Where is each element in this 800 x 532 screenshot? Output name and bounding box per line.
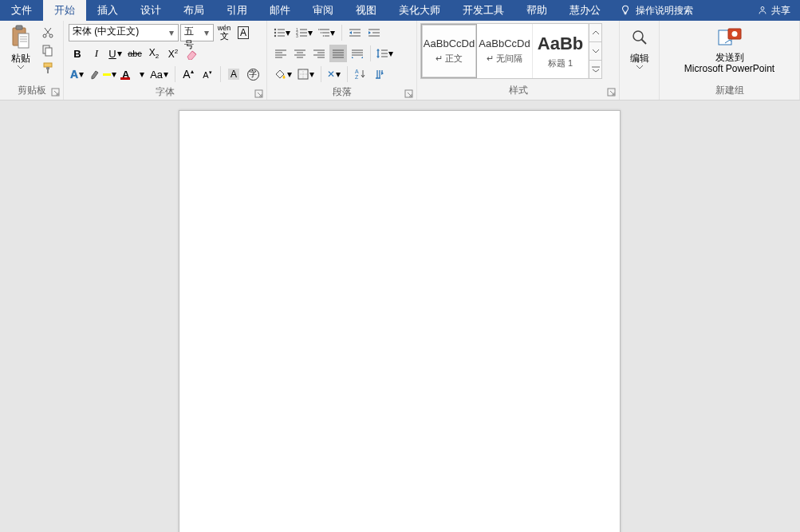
font-name-combo[interactable]: 宋体 (中文正文) ▾	[69, 24, 179, 41]
share-button[interactable]: 共享	[747, 0, 800, 21]
brush-icon	[41, 61, 54, 74]
distributed-icon	[352, 49, 363, 58]
align-center-button[interactable]	[291, 45, 309, 62]
svg-point-32	[321, 32, 322, 33]
tell-me-search[interactable]: 操作说明搜索	[612, 0, 701, 21]
numbering-button[interactable]: 123▾	[294, 24, 315, 41]
svg-text:A: A	[355, 69, 359, 74]
change-case-button[interactable]: Aa▾	[148, 65, 171, 83]
styles-scroll-down[interactable]	[589, 42, 601, 61]
enclose-char-button[interactable]: 字	[244, 65, 262, 83]
bullets-button[interactable]: ▾	[272, 24, 293, 41]
document-page[interactable]	[179, 110, 621, 532]
font-size-combo[interactable]: 五号 ▾	[180, 24, 214, 41]
group-clipboard-label: 剪贴板	[18, 85, 46, 96]
tab-layout[interactable]: 布局	[172, 0, 215, 21]
borders-button[interactable]: ▾	[296, 65, 317, 83]
svg-point-8	[49, 34, 53, 37]
svg-point-74	[731, 31, 737, 37]
copy-button[interactable]	[40, 42, 56, 58]
style-no-spacing[interactable]: AaBbCcDd ↵ 无间隔	[477, 24, 533, 78]
tab-developer[interactable]: 开发工具	[451, 0, 515, 21]
subscript-button[interactable]: X2	[145, 45, 163, 62]
borders-icon	[298, 69, 309, 80]
tab-view[interactable]: 视图	[345, 0, 388, 21]
align-left-button[interactable]	[272, 45, 290, 62]
tab-huioffice[interactable]: 慧办公	[558, 0, 612, 21]
send-to-label: 发送到	[715, 52, 744, 63]
paste-label: 粘贴	[11, 52, 30, 65]
font-color-button[interactable]: A▾	[120, 65, 147, 83]
person-icon	[757, 5, 768, 16]
asian-layout-button[interactable]: ✕▾	[325, 65, 343, 83]
tab-home[interactable]: 开始	[43, 0, 86, 21]
svg-point-20	[274, 35, 276, 37]
char-border-button[interactable]: A	[234, 24, 252, 41]
tab-beautify[interactable]: 美化大师	[388, 0, 451, 21]
group-paragraph-label: 段落	[333, 86, 352, 97]
tab-help[interactable]: 帮助	[515, 0, 558, 21]
svg-rect-2	[16, 26, 22, 30]
char-shading-button[interactable]: A	[225, 65, 242, 83]
chevron-down-icon: ▾	[201, 27, 212, 38]
tell-me-label: 操作说明搜索	[636, 4, 693, 18]
increase-indent-button[interactable]	[365, 24, 383, 41]
font-dialog-launcher[interactable]	[254, 89, 264, 99]
line-spacing-button[interactable]: ▾	[375, 45, 396, 62]
ribbon-tabs: 文件 开始 插入 设计 布局 引用 邮件 审阅 视图 美化大师 开发工具 帮助 …	[0, 0, 800, 21]
styles-scroll-up[interactable]	[589, 24, 601, 42]
tab-references[interactable]: 引用	[215, 0, 258, 21]
sort-icon: AZ	[355, 69, 366, 80]
highlight-button[interactable]: ▾	[88, 65, 119, 83]
text-effects-button[interactable]: A▾	[69, 65, 86, 83]
decrease-indent-button[interactable]	[346, 24, 364, 41]
style-preview-text: AaBbCcDd	[479, 37, 530, 49]
send-to-ppt-button[interactable]: 发送到 Microsoft PowerPoint	[680, 23, 779, 82]
tab-mail[interactable]: 邮件	[258, 0, 301, 21]
edit-label: 编辑	[630, 52, 649, 65]
strikethrough-button[interactable]: abc	[126, 45, 144, 62]
underline-button[interactable]: U▾	[107, 45, 124, 62]
svg-point-33	[323, 35, 325, 37]
font-name-value: 宋体 (中文正文)	[73, 26, 139, 37]
clipboard-dialog-launcher[interactable]	[51, 88, 61, 97]
group-clipboard: 粘贴 剪贴板	[0, 21, 64, 100]
sort-button[interactable]: AZ	[352, 65, 369, 83]
tab-review[interactable]: 审阅	[301, 0, 345, 21]
tab-insert[interactable]: 插入	[86, 0, 129, 21]
tab-file[interactable]: 文件	[0, 0, 43, 21]
tab-design[interactable]: 设计	[129, 0, 172, 21]
svg-text:Z: Z	[355, 74, 359, 80]
search-icon	[630, 28, 649, 47]
group-font-label: 字体	[156, 86, 175, 97]
show-marks-button[interactable]	[371, 65, 388, 83]
distributed-button[interactable]	[349, 45, 366, 62]
style-heading1[interactable]: AaBb 标题 1	[533, 24, 589, 78]
find-button[interactable]: 编辑	[622, 23, 657, 85]
multilevel-list-button[interactable]: ▾	[317, 24, 337, 41]
svg-rect-3	[18, 33, 29, 48]
group-styles: AaBbCcDd ↵ 正文 AaBbCcDd ↵ 无间隔 AaBb 标题 1	[417, 21, 620, 100]
align-right-button[interactable]	[310, 45, 328, 62]
shading-button[interactable]: ▾	[272, 65, 294, 83]
paste-icon	[10, 25, 32, 50]
cut-button[interactable]	[40, 25, 56, 41]
style-normal[interactable]: AaBbCcDd ↵ 正文	[421, 24, 477, 78]
styles-dialog-launcher[interactable]	[607, 88, 617, 97]
grow-font-button[interactable]: A▴	[179, 65, 197, 83]
lightbulb-icon	[620, 5, 631, 16]
paste-button[interactable]: 粘贴	[3, 23, 38, 82]
format-painter-button[interactable]	[40, 60, 56, 76]
superscript-button[interactable]: X2	[164, 45, 182, 62]
align-right-icon	[313, 49, 325, 58]
expand-icon	[592, 66, 600, 73]
styles-expand[interactable]	[589, 61, 601, 78]
align-justify-button[interactable]	[329, 45, 347, 62]
paragraph-dialog-launcher[interactable]	[404, 89, 414, 99]
shrink-font-button[interactable]: A▾	[199, 65, 216, 83]
bullets-icon	[274, 28, 285, 37]
italic-button[interactable]: I	[88, 45, 105, 62]
svg-point-31	[318, 29, 320, 30]
phonetic-guide-button[interactable]: wén 文	[215, 24, 233, 41]
bold-button[interactable]: B	[69, 45, 86, 62]
